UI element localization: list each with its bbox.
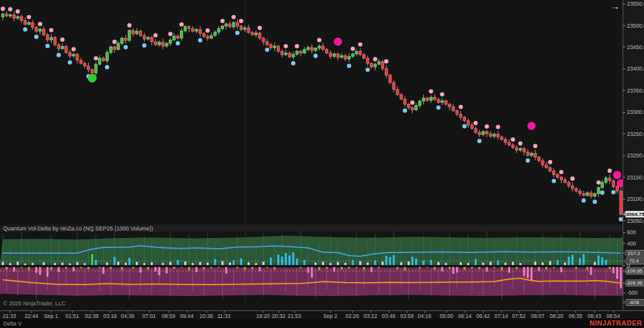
candle-body <box>91 69 93 73</box>
sell-signal-dot <box>511 137 515 142</box>
price-tick-mark <box>623 90 625 91</box>
delta-bar <box>180 267 182 268</box>
buy-signal-dot <box>402 108 407 113</box>
time-tick-label: Sep 1 <box>44 313 58 319</box>
candle-body <box>348 57 350 59</box>
candle-body <box>467 121 469 125</box>
delta-bar <box>337 262 339 265</box>
delta-bar <box>460 263 462 265</box>
price-tick-mark <box>623 112 625 113</box>
candle-body <box>582 194 585 196</box>
time-tick-label: 02:38 <box>85 313 98 319</box>
candle-body <box>422 98 425 101</box>
delta-bar <box>508 267 510 273</box>
candle-body <box>106 52 108 60</box>
candle-body <box>80 60 82 64</box>
candle-body <box>374 64 376 67</box>
sell-signal-dot <box>127 23 131 28</box>
buy-signal-dot <box>265 48 269 52</box>
candle-body <box>9 14 11 16</box>
candle-body <box>288 53 291 57</box>
candle-body <box>84 64 86 66</box>
candle-body <box>158 42 160 45</box>
delta-bar <box>95 260 97 265</box>
candle-body <box>508 142 511 145</box>
candle-body <box>280 51 283 55</box>
time-tick-label: 06:42 <box>476 313 489 319</box>
price-tick-mark <box>623 69 625 69</box>
candle-body <box>333 54 335 57</box>
delta-bar <box>341 267 343 269</box>
sell-signal-dot <box>206 28 210 33</box>
buy-signal-dot <box>347 64 352 68</box>
candle-body <box>35 27 38 31</box>
candle-body <box>236 23 238 26</box>
candle-body <box>486 132 488 133</box>
candle-body <box>426 98 428 100</box>
indicator-tick-mark <box>623 243 625 244</box>
candle-body <box>225 24 228 26</box>
candle-body <box>98 58 101 64</box>
delta-bar <box>330 263 331 265</box>
buy-signal-dot <box>477 139 482 144</box>
delta-bar <box>177 260 179 265</box>
delta-bar <box>210 267 212 268</box>
vol-delta-panel[interactable] <box>0 232 623 307</box>
candle-body <box>608 178 611 181</box>
delta-bar <box>549 261 551 265</box>
delta-bar <box>601 257 603 265</box>
candle-body <box>352 54 354 57</box>
delta-bar <box>441 267 443 271</box>
delta-bar <box>184 261 186 265</box>
delta-bar <box>389 257 391 265</box>
delta-bar <box>143 263 145 265</box>
candle-body <box>113 47 116 49</box>
delta-bar <box>616 267 618 279</box>
candle-body <box>154 42 157 45</box>
candle-body <box>381 62 384 69</box>
candle-body <box>292 54 294 57</box>
delta-bar <box>296 259 298 265</box>
delta-bar <box>333 267 335 271</box>
chart-window: → Quantum Vol-Delta by ninZa.co (NQ SEP2… <box>0 0 644 328</box>
delta-bar <box>512 262 514 265</box>
candle-body <box>474 128 477 132</box>
indicator-tick-label: 600 <box>627 229 636 235</box>
candle-body <box>214 32 216 36</box>
time-tick-label: 01:51 <box>65 313 79 319</box>
delta-bar <box>355 267 357 268</box>
big-sell-signal-dot <box>528 122 536 130</box>
candle-body <box>173 36 175 40</box>
positive-band <box>0 235 623 265</box>
time-tick-label: 03:58 <box>400 313 413 319</box>
time-axis[interactable]: 21:3322:44Sep 101:5102:3803:1604:3607:01… <box>0 310 644 319</box>
time-tick-label: 03:22 <box>364 313 377 319</box>
sell-signal-dot <box>94 56 98 60</box>
candle-body <box>322 46 325 50</box>
candle-body <box>229 24 231 27</box>
delta-bar <box>352 260 353 265</box>
scroll-to-end-arrow-icon[interactable]: → <box>611 1 619 11</box>
candle-body <box>437 99 440 103</box>
buy-signal-dot <box>142 43 147 48</box>
delta-bar <box>203 267 205 269</box>
buy-signal-dot <box>34 35 38 39</box>
sell-signal-dot <box>113 40 117 44</box>
workspace-tab-delta-v[interactable]: Delta V <box>3 320 22 327</box>
delta-bar <box>214 259 216 265</box>
candle-body <box>325 50 328 54</box>
main-price-panel[interactable] <box>0 0 623 225</box>
price-tick-label: 23300.00 <box>627 109 644 115</box>
delta-bar <box>87 267 89 269</box>
delta-bar <box>151 263 153 265</box>
candle-body <box>191 29 194 31</box>
price-axis[interactable]: 23550.0023500.0023450.0023400.0023350.00… <box>623 0 644 310</box>
candle-body <box>501 137 503 139</box>
candle-body <box>61 47 64 48</box>
buy-signal-dot <box>313 54 318 58</box>
candle-body <box>470 125 473 129</box>
indicator-value-marker: 217.2 <box>623 250 644 257</box>
delta-bar <box>300 267 302 268</box>
delta-bar <box>557 260 558 265</box>
price-tick-mark <box>623 156 625 156</box>
